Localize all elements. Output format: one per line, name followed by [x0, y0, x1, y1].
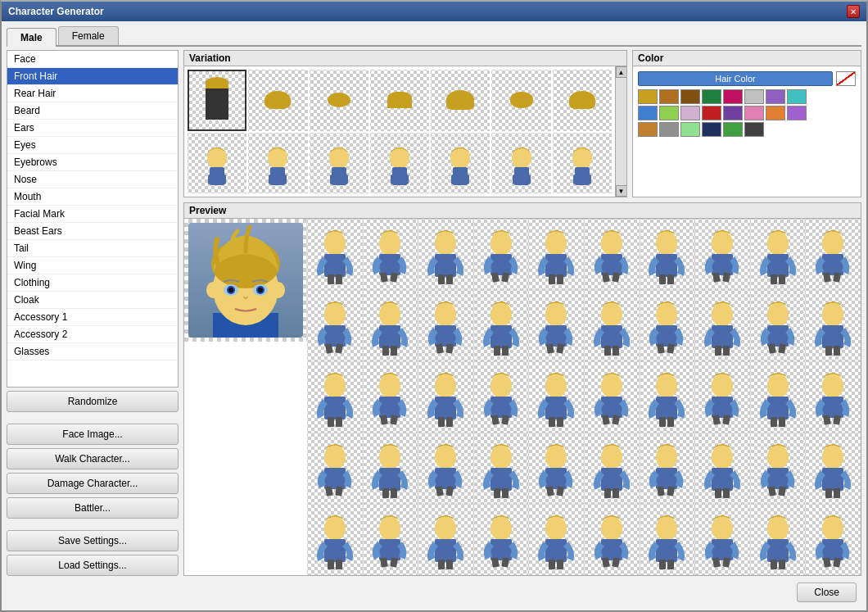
- preview-container: [184, 219, 861, 575]
- face-image-button[interactable]: Face Image...: [7, 424, 179, 445]
- variation-cell[interactable]: [431, 70, 490, 131]
- category-item-cloak[interactable]: Cloak: [7, 292, 178, 309]
- tab-female[interactable]: Female: [58, 26, 119, 45]
- svg-rect-41: [324, 254, 346, 277]
- variation-cell[interactable]: [188, 133, 246, 194]
- color-swatch[interactable]: [659, 122, 679, 137]
- category-item-clothing[interactable]: Clothing: [7, 274, 178, 292]
- category-item-glasses[interactable]: Glasses: [7, 343, 178, 360]
- svg-point-76: [822, 231, 843, 256]
- window-close-button[interactable]: ✕: [847, 5, 860, 18]
- preview-sprite-cell: [694, 361, 750, 433]
- category-item-ears[interactable]: Ears: [7, 120, 178, 137]
- preview-grid: [184, 219, 861, 575]
- color-swatch[interactable]: [787, 89, 807, 104]
- variation-cell[interactable]: [491, 70, 550, 131]
- preview-sprite-cell: [418, 361, 473, 433]
- variation-cell[interactable]: [370, 70, 429, 131]
- color-swatch[interactable]: [744, 122, 764, 137]
- category-item-nose[interactable]: Nose: [7, 171, 178, 188]
- main-content: FaceFront HairRear HairBeardEarsEyesEyeb…: [7, 50, 861, 576]
- save-settings-button[interactable]: Save Settings...: [7, 530, 179, 551]
- color-swatch[interactable]: [723, 106, 743, 120]
- category-item-face[interactable]: Face: [7, 51, 178, 68]
- svg-rect-211: [446, 560, 453, 569]
- variation-cell[interactable]: [491, 133, 550, 194]
- color-swatch[interactable]: [638, 122, 658, 137]
- svg-rect-233: [767, 539, 789, 562]
- category-item-tail[interactable]: Tail: [7, 240, 178, 257]
- no-color-swatch[interactable]: [836, 71, 856, 86]
- variation-cell[interactable]: [310, 70, 368, 131]
- variation-cell[interactable]: [248, 70, 307, 131]
- color-swatch[interactable]: [659, 106, 679, 120]
- category-item-accessory-2[interactable]: Accessory 2: [7, 326, 178, 343]
- preview-sprite-cell: [640, 361, 695, 433]
- category-item-front-hair[interactable]: Front Hair: [7, 68, 178, 85]
- category-item-eyes[interactable]: Eyes: [7, 137, 178, 154]
- category-item-mouth[interactable]: Mouth: [7, 188, 178, 206]
- category-item-beast-ears[interactable]: Beast Ears: [7, 223, 178, 240]
- category-item-rear-hair[interactable]: Rear Hair: [7, 85, 178, 102]
- hair-color-button[interactable]: Hair Color: [638, 71, 833, 86]
- color-swatch[interactable]: [638, 106, 658, 120]
- color-swatch[interactable]: [702, 106, 721, 120]
- svg-rect-221: [601, 539, 622, 560]
- color-swatch[interactable]: [766, 106, 785, 120]
- color-swatch[interactable]: [638, 89, 658, 104]
- color-swatch[interactable]: [766, 89, 785, 104]
- color-swatch[interactable]: [680, 122, 700, 137]
- load-settings-button[interactable]: Load Settings...: [7, 555, 179, 576]
- svg-rect-117: [822, 325, 843, 348]
- variation-cell[interactable]: [248, 133, 307, 194]
- category-item-accessory-1[interactable]: Accessory 1: [7, 309, 178, 326]
- category-item-eyebrows[interactable]: Eyebrows: [7, 154, 178, 171]
- randomize-button[interactable]: Randomize: [7, 391, 179, 412]
- scroll-down-arrow[interactable]: ▼: [616, 185, 627, 197]
- variation-cell[interactable]: [310, 133, 368, 194]
- svg-rect-197: [822, 468, 843, 491]
- svg-rect-58: [549, 274, 555, 284]
- variation-cell[interactable]: [188, 70, 246, 131]
- svg-point-32: [206, 282, 219, 298]
- preview-sprite-cell: [694, 219, 750, 290]
- svg-rect-213: [491, 539, 512, 560]
- svg-rect-193: [767, 468, 789, 489]
- preview-sprite-cell: [750, 219, 806, 290]
- variation-cell[interactable]: [553, 70, 612, 131]
- color-swatch[interactable]: [723, 89, 743, 104]
- svg-rect-166: [382, 488, 389, 498]
- category-item-facial-mark[interactable]: Facial Mark: [7, 206, 178, 223]
- close-button[interactable]: Close: [797, 583, 857, 602]
- color-swatch[interactable]: [702, 122, 721, 137]
- variation-cell[interactable]: [431, 133, 490, 194]
- svg-rect-93: [491, 325, 512, 348]
- walk-character-button[interactable]: Walk Character...: [7, 448, 179, 469]
- variation-cell[interactable]: [370, 133, 429, 194]
- svg-rect-61: [601, 254, 622, 275]
- scroll-up-arrow[interactable]: ▲: [616, 66, 627, 78]
- svg-rect-125: [379, 397, 400, 418]
- svg-rect-157: [822, 397, 843, 418]
- variation-cell[interactable]: [553, 133, 612, 194]
- svg-rect-121: [324, 397, 346, 419]
- category-item-wing[interactable]: Wing: [7, 257, 178, 274]
- category-item-beard[interactable]: Beard: [7, 102, 178, 120]
- color-swatch[interactable]: [723, 122, 743, 137]
- color-swatch[interactable]: [744, 106, 764, 120]
- svg-point-164: [379, 445, 400, 469]
- color-swatch[interactable]: [680, 106, 700, 120]
- preview-sprite-cell: [528, 361, 584, 433]
- damage-character-button[interactable]: Damage Character...: [7, 473, 179, 494]
- color-swatch[interactable]: [659, 89, 679, 104]
- svg-point-68: [712, 231, 733, 256]
- color-swatch[interactable]: [680, 89, 700, 104]
- preview-sprite-cell: [418, 219, 473, 290]
- battler-button[interactable]: Battler...: [7, 497, 179, 519]
- color-swatch[interactable]: [702, 89, 721, 104]
- svg-point-60: [601, 231, 622, 256]
- svg-rect-111: [723, 346, 730, 356]
- tab-male[interactable]: Male: [7, 28, 57, 47]
- color-swatch[interactable]: [787, 106, 807, 120]
- color-swatch[interactable]: [744, 89, 764, 104]
